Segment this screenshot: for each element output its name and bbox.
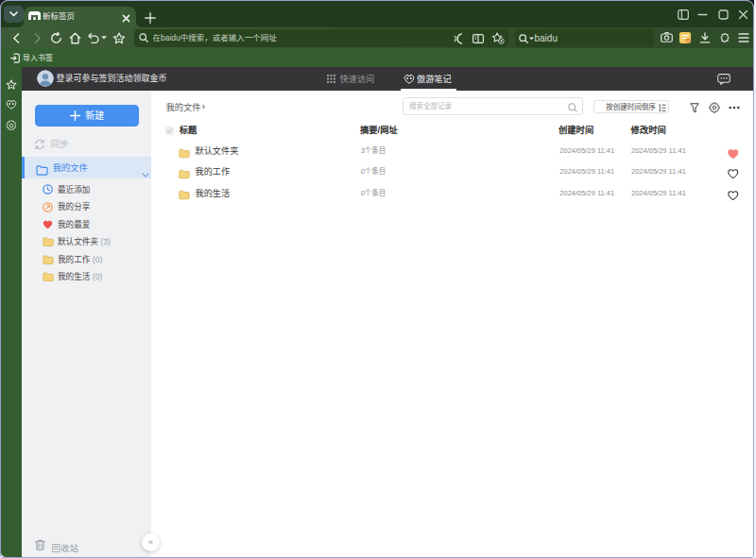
chevron-down-icon <box>142 173 149 178</box>
star-icon <box>112 32 126 44</box>
heart-icon <box>43 220 53 229</box>
maxnote-bee-icon <box>404 74 415 84</box>
col-modified[interactable]: 修改时间 <box>631 126 666 135</box>
plus-icon <box>145 12 156 24</box>
main-menu-button[interactable] <box>738 33 749 42</box>
close-icon <box>738 9 748 20</box>
maxnote-panel-button[interactable] <box>1 99 22 110</box>
breadcrumb[interactable]: 我的文件 <box>165 103 200 112</box>
notes-search-input[interactable]: 搜索全部记录 <box>403 97 583 115</box>
maxnote-bee-icon <box>6 99 17 110</box>
notes-search-placeholder: 搜索全部记录 <box>409 103 452 110</box>
sidebar-item-my-files[interactable]: 我的文件 <box>22 157 151 178</box>
tab-close-button[interactable] <box>122 9 133 23</box>
login-banner[interactable]: 登录可参与签到活动领取金币 <box>57 74 167 83</box>
undo-icon <box>88 33 99 43</box>
new-note-button[interactable]: 新建 <box>35 105 139 127</box>
back-icon <box>12 33 20 43</box>
favorite-heart-icon[interactable] <box>728 166 739 183</box>
new-tab-button[interactable] <box>145 10 156 22</box>
tab-maxnote-icon-wrap[interactable] <box>404 67 415 91</box>
hamburger-menu-icon <box>738 33 749 42</box>
favorite-heart-icon[interactable] <box>728 187 739 204</box>
close-window-button[interactable] <box>733 4 753 25</box>
home-icon <box>69 32 81 44</box>
side-strip <box>1 67 22 557</box>
view-settings-button[interactable] <box>708 102 720 114</box>
sidebar-item-favorites[interactable]: 我的最爱 <box>22 216 151 234</box>
search-engine-icon <box>519 34 528 43</box>
favorite-heart-icon[interactable] <box>728 145 739 162</box>
filter-funnel-icon <box>690 103 699 113</box>
caret-down-icon[interactable] <box>529 37 534 41</box>
favorites-star-button[interactable] <box>112 32 126 45</box>
sidebar-item-shares[interactable]: 我的分享 <box>22 198 151 216</box>
sidebar-item-my-life[interactable]: 我的生活 (0) <box>22 268 151 286</box>
tab-bar: 新标签页 <box>1 1 753 27</box>
undo-dropdown-caret[interactable] <box>101 36 107 40</box>
maximize-icon <box>718 9 729 20</box>
folder-icon <box>43 255 54 265</box>
note-folder-row[interactable]: 我的生活 0个条目 2024/05/29 11:41 2024/05/29 11… <box>151 182 753 203</box>
camera-icon <box>661 32 673 42</box>
notes-header: 登录可参与签到活动领取金币 快速访问 傲游笔记 <box>22 67 753 91</box>
screenshot-button[interactable] <box>661 32 673 43</box>
folder-icon <box>43 272 54 282</box>
download-button[interactable] <box>699 32 711 44</box>
quick-search-box[interactable]: baidu <box>515 29 654 47</box>
sidebar-item-default-folder[interactable]: 默认文件夹 (3) <box>22 233 151 251</box>
screen: 新标签页 <box>0 0 756 558</box>
forward-button[interactable] <box>31 32 43 44</box>
plus-icon <box>70 110 80 121</box>
note-folder-row[interactable]: 默认文件夹 3个条目 2024/05/29 11:41 2024/05/29 1… <box>151 141 753 161</box>
home-button[interactable] <box>69 32 81 44</box>
browser-tab-active[interactable]: 新标签页 <box>24 7 136 27</box>
tab-quick-access[interactable]: 快速访问 <box>340 75 375 84</box>
minimize-icon <box>697 9 708 20</box>
note-folder-row[interactable]: 我的工作 0个条目 2024/05/29 11:41 2024/05/29 11… <box>151 161 753 182</box>
sidebar-item-my-work[interactable]: 我的工作 (0) <box>22 251 151 269</box>
add-favorite-star-icon[interactable] <box>491 32 505 44</box>
star-panel-icon <box>6 79 17 91</box>
grid-icon <box>327 75 335 83</box>
forward-icon <box>34 33 42 43</box>
col-created[interactable]: 创建时间 <box>558 126 593 135</box>
settings-panel-button[interactable] <box>1 120 22 131</box>
tab-list-dropdown-button[interactable] <box>4 6 24 23</box>
extensions-button[interactable] <box>718 31 730 44</box>
filter-button[interactable] <box>688 102 700 114</box>
recycle-bin-button[interactable]: 回收站 <box>34 538 147 553</box>
more-options-button[interactable] <box>729 106 740 110</box>
back-button[interactable] <box>9 32 22 44</box>
browser-window: 新标签页 <box>0 0 754 558</box>
sort-order-label: 按创建时间倒序 <box>606 104 656 111</box>
maximize-button[interactable] <box>713 4 733 25</box>
tab-maxnote[interactable]: 傲游笔记 <box>417 75 452 84</box>
layout-panel-button[interactable] <box>673 4 693 25</box>
tab-quick-access-icon-wrap[interactable] <box>327 67 335 91</box>
minimize-button[interactable] <box>693 4 713 25</box>
undo-closed-tab-button[interactable] <box>88 33 99 44</box>
trash-icon <box>34 538 46 551</box>
refresh-button[interactable] <box>50 32 62 44</box>
sidebar-item-label: 我的文件 <box>53 163 88 173</box>
sort-order-button[interactable]: 按创建时间倒序 <box>593 100 668 113</box>
avatar[interactable] <box>37 70 54 87</box>
notes-sidebar: 新建 同步 我的文件 最近添加 <box>22 91 151 557</box>
read-aloud-icon[interactable] <box>453 33 465 44</box>
check-icon <box>166 128 173 134</box>
select-all-checkbox[interactable] <box>165 127 174 135</box>
new-note-label: 新建 <box>85 110 104 121</box>
favorites-panel-button[interactable] <box>1 79 22 91</box>
col-summary[interactable]: 摘要/网址 <box>360 126 398 135</box>
sidebar-item-recent[interactable]: 最近添加 <box>22 181 151 199</box>
sync-button[interactable]: 同步 <box>22 136 151 154</box>
sort-descending-icon <box>657 104 666 112</box>
address-bar[interactable]: 在baidu中搜索，或者输入一个网址 <box>134 29 508 47</box>
maxthon-logo-icon <box>28 11 41 20</box>
recycle-bin-label: 回收站 <box>52 541 79 554</box>
col-title[interactable]: 标题 <box>180 126 198 135</box>
maxnote-toolbar-button[interactable] <box>679 31 692 44</box>
collapse-sidebar-button[interactable]: « <box>142 533 160 551</box>
feedback-button[interactable] <box>717 67 730 91</box>
